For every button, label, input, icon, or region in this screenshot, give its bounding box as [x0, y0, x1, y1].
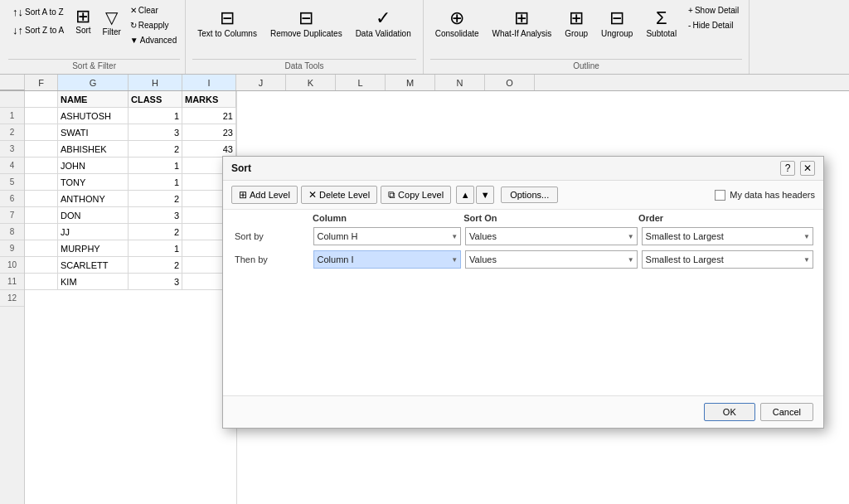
sort-by-order-select[interactable]: Smallest to Largest Largest to Smallest …	[642, 227, 813, 245]
order-header: Order	[638, 213, 813, 223]
clear-button[interactable]: ✕Clear	[127, 3, 180, 17]
dialog-spacer	[223, 271, 823, 395]
cell-g12[interactable]: KIM	[58, 274, 129, 290]
add-level-button[interactable]: ⊞ Add Level	[231, 186, 298, 204]
close-icon[interactable]: ✕	[800, 161, 815, 176]
cell-g7[interactable]: ANTHONY	[58, 191, 129, 207]
filter-button[interactable]: ▽ Filter	[99, 3, 125, 41]
hide-detail-button[interactable]: -Hide Detail	[685, 18, 742, 32]
then-by-sorton-select[interactable]: Values Cell Color Font Color	[465, 250, 637, 269]
what-if-button[interactable]: ⊞ What-If Analysis	[488, 3, 557, 43]
sort-by-column-select-wrapper: Column H Column G Column I ▼	[313, 227, 462, 245]
col-k-header[interactable]: K	[286, 75, 336, 90]
my-data-headers-checkbox[interactable]: My data has headers	[715, 190, 815, 201]
cell-h10[interactable]: 1	[129, 240, 182, 257]
sort-button[interactable]: ⊞ Sort	[70, 3, 96, 39]
cell-h5[interactable]: 1	[129, 158, 182, 174]
cell-h2[interactable]: 1	[129, 108, 182, 124]
copy-level-button[interactable]: ⧉ Copy Level	[381, 186, 451, 204]
cell-i1-header[interactable]: MARKS	[182, 91, 236, 108]
cell-h3[interactable]: 3	[129, 124, 182, 141]
sort-by-sorton-select-wrapper: Values Cell Color Font Color ▼	[465, 227, 637, 245]
move-up-button[interactable]: ▲	[456, 186, 474, 204]
show-detail-button[interactable]: +Show Detail	[685, 3, 742, 17]
cell-i3[interactable]: 23	[182, 124, 236, 141]
col-m-header[interactable]: M	[386, 75, 435, 90]
outline-label: Outline	[430, 59, 743, 70]
sort-dialog: Sort ? ✕ ⊞ Add Level ✕ Delete Level ⧉ Co…	[222, 156, 824, 429]
col-j-header[interactable]: J	[236, 75, 286, 90]
checkbox-box[interactable]	[715, 190, 725, 201]
cell-h4[interactable]: 2	[129, 141, 182, 158]
cell-g9[interactable]: JJ	[58, 224, 129, 240]
consolidate-button[interactable]: ⊕ Consolidate	[430, 3, 484, 42]
row-num-header	[0, 75, 25, 90]
then-by-column-select[interactable]: Column I Column G Column H	[313, 250, 462, 269]
then-by-row: Then by Column I Column G Column H ▼ Val…	[223, 248, 823, 271]
then-by-sorton-select-wrapper: Values Cell Color Font Color ▼	[465, 250, 637, 269]
cell-h11[interactable]: 2	[129, 257, 182, 274]
text-to-columns-button[interactable]: ⊟ Text to Columns	[192, 3, 262, 43]
sort-by-row: Sort by Column H Column G Column I ▼ Val…	[223, 225, 823, 248]
sort-az-button[interactable]: ↑↓Sort A to Z	[8, 3, 68, 21]
sort-on-header: Sort On	[463, 213, 638, 223]
col-l-header[interactable]: L	[336, 75, 386, 90]
dialog-title: Sort	[231, 162, 251, 174]
col-g: NAME ASHUTOSH SWATI ABHISHEK JOHN TONY A…	[58, 91, 129, 504]
column-header: Column	[313, 213, 463, 223]
cell-g3[interactable]: SWATI	[58, 124, 129, 141]
then-by-order-select[interactable]: Smallest to Largest Largest to Smallest …	[642, 250, 813, 269]
cell-h12[interactable]: 3	[129, 274, 182, 290]
dialog-footer: OK Cancel	[223, 395, 823, 428]
sort-za-button[interactable]: ↓↑Sort Z to A	[8, 22, 68, 39]
col-rest-header	[535, 75, 849, 90]
cell-i4[interactable]: 43	[182, 141, 236, 158]
move-down-button[interactable]: ▼	[476, 186, 494, 204]
cell-h8[interactable]: 3	[129, 207, 182, 224]
data-validation-button[interactable]: ✓ Data Validation	[351, 3, 416, 43]
cancel-button[interactable]: Cancel	[760, 403, 813, 421]
group-button[interactable]: ⊞ Group	[560, 3, 593, 42]
options-button[interactable]: Options...	[501, 187, 558, 203]
cell-g4[interactable]: ABHISHEK	[58, 141, 129, 158]
then-by-label: Then by	[233, 254, 313, 264]
col-f-header[interactable]: F	[25, 75, 58, 90]
subtotal-button[interactable]: Σ Subtotal	[641, 3, 682, 42]
col-f	[25, 91, 58, 504]
cell-g2[interactable]: ASHUTOSH	[58, 108, 129, 124]
advanced-button[interactable]: ▼Advanced	[127, 33, 180, 47]
help-icon[interactable]: ?	[780, 161, 795, 176]
sort-by-sorton-select[interactable]: Values Cell Color Font Color	[465, 227, 637, 245]
cell-g8[interactable]: DON	[58, 207, 129, 224]
col-o-header[interactable]: O	[485, 75, 535, 90]
ungroup-button[interactable]: ⊟ Ungroup	[596, 3, 638, 42]
data-tools-label: Data Tools	[192, 59, 416, 70]
col-n-header[interactable]: N	[435, 75, 485, 90]
cell-h1-header[interactable]: CLASS	[129, 91, 182, 108]
sort-by-order-select-wrapper: Smallest to Largest Largest to Smallest …	[642, 227, 813, 245]
cell-g6[interactable]: TONY	[58, 174, 129, 191]
reapply-button[interactable]: ↻Reapply	[127, 18, 180, 32]
ok-button[interactable]: OK	[704, 403, 755, 421]
cell-g1-header[interactable]: NAME	[58, 91, 129, 108]
delete-level-icon: ✕	[308, 189, 317, 201]
cell-h6[interactable]: 1	[129, 174, 182, 191]
outline-group: ⊕ Consolidate ⊞ What-If Analysis ⊞ Group…	[424, 0, 750, 74]
cell-i2[interactable]: 21	[182, 108, 236, 124]
col-i-header[interactable]: I	[182, 75, 236, 90]
my-data-headers-label: My data has headers	[730, 190, 815, 200]
nav-buttons: ▲ ▼	[456, 186, 494, 204]
sort-by-column-select[interactable]: Column H Column G Column I	[313, 227, 462, 245]
col-g-header[interactable]: G	[58, 75, 129, 90]
cell-g11[interactable]: SCARLETT	[58, 257, 129, 274]
remove-duplicates-button[interactable]: ⊟ Remove Duplicates	[265, 3, 347, 43]
cell-g10[interactable]: MURPHY	[58, 240, 129, 257]
delete-level-button[interactable]: ✕ Delete Level	[301, 186, 377, 204]
cell-h9[interactable]: 2	[129, 224, 182, 240]
cell-h7[interactable]: 2	[129, 191, 182, 207]
col-h: CLASS 1 3 2 1 1 2 3 2 1 2 3	[129, 91, 182, 504]
col-h-header[interactable]: H	[129, 75, 182, 90]
cell-g5[interactable]: JOHN	[58, 158, 129, 174]
row-numbers: 1 2 3 4 5 6 7 8 9 10 11 12	[0, 91, 25, 504]
sort-by-label: Sort by	[233, 231, 313, 241]
